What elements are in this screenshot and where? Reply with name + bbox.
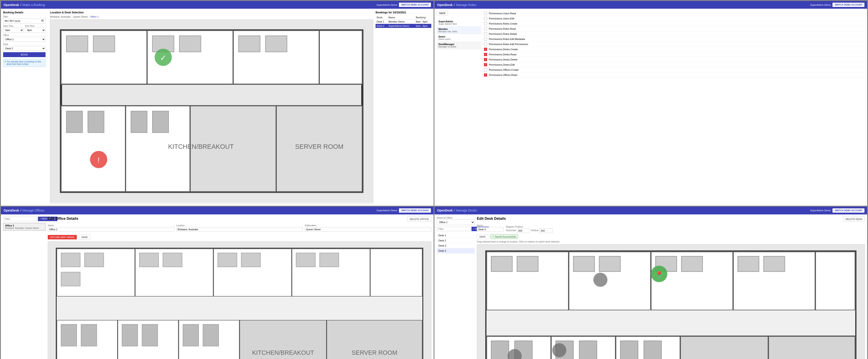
desks-switch-btn[interactable]: SWITCH DEMO ACCOUNT bbox=[833, 208, 864, 213]
office-name-1: Office 1 bbox=[5, 224, 43, 227]
book-button[interactable]: BOOK bbox=[3, 52, 45, 57]
svg-rect-17 bbox=[88, 111, 104, 132]
success-text: Saved Successfully bbox=[495, 235, 516, 238]
role-deskmanager[interactable]: DeskManager Manager of desks bbox=[437, 42, 481, 49]
perm-checkbox-6[interactable] bbox=[484, 37, 487, 40]
svg-rect-38 bbox=[218, 253, 237, 267]
offices-switch-btn[interactable]: SWITCH DEMO ACCOUNT bbox=[399, 208, 431, 213]
svg-rect-51 bbox=[183, 324, 198, 346]
perm-checkbox-1[interactable] bbox=[484, 12, 487, 15]
svg-rect-9 bbox=[179, 36, 201, 52]
bc-office[interactable]: Office 1 bbox=[90, 16, 99, 18]
perm-checkbox-8[interactable]: ✓ bbox=[484, 48, 487, 51]
perm-checkbox-5[interactable] bbox=[484, 32, 487, 35]
offices-filter-row: + NEW OFFICE bbox=[3, 217, 45, 221]
office-selector[interactable]: Office 1 bbox=[437, 219, 475, 225]
bookings-table: Desk Name Booking Desk 1 Member Demo 8am… bbox=[376, 16, 431, 28]
svg-rect-77 bbox=[491, 341, 509, 359]
desks-header: OpenDesk // Manage Desks SuperAdmin Demo… bbox=[434, 207, 867, 214]
upload-map-btn[interactable]: UPLOAD MAP IMAGE bbox=[48, 235, 77, 239]
desks-main: Edit Desk Details DELETE DESK Name Diagr… bbox=[477, 217, 865, 359]
desks-sidebar: Select an Office: Office 1 + NEW DESK De… bbox=[437, 217, 475, 359]
perm-label-8: Permissions.Desks.Create bbox=[489, 48, 518, 51]
booking-time-2: 6am - 8pm bbox=[414, 24, 431, 28]
end-time-select[interactable]: 8pm bbox=[25, 28, 45, 33]
booking-desk-1: Desk 1 bbox=[376, 20, 388, 24]
date-input[interactable] bbox=[3, 18, 45, 23]
perm-checkbox-10[interactable]: ✓ bbox=[484, 58, 487, 61]
office-label: Office bbox=[3, 34, 45, 36]
office-select[interactable]: Office 1 bbox=[3, 37, 45, 42]
svg-rect-75 bbox=[680, 336, 769, 359]
desk-item-3[interactable]: Desk 3 bbox=[437, 243, 475, 248]
perm-checkbox-7[interactable] bbox=[484, 42, 487, 46]
desk-name-input[interactable] bbox=[477, 227, 504, 232]
perm-checkbox-9[interactable]: ✓ bbox=[484, 53, 487, 56]
col-desk: Desk bbox=[376, 16, 388, 20]
success-badge: ✓ Saved Successfully bbox=[490, 234, 518, 239]
desk-item-2[interactable]: Desk 2 bbox=[437, 238, 475, 243]
desk-label: Desk bbox=[3, 43, 45, 46]
desk-select[interactable]: Desk 2 bbox=[3, 46, 45, 51]
roles-switch-btn[interactable]: SWITCH DEMO ACCOUNT bbox=[833, 3, 864, 7]
bc-location[interactable]: Brisbane, Australia bbox=[50, 16, 70, 18]
start-time-select[interactable]: 6am bbox=[3, 28, 24, 33]
booking-body: Booking Details Date Start Time 6am End … bbox=[1, 9, 434, 206]
booking-panel: OpenDesk // Make a Booking SuperAdmin De… bbox=[1, 1, 434, 206]
desks-title: OpenDesk // Manage Desks bbox=[437, 209, 477, 212]
horizontal-input[interactable] bbox=[517, 229, 530, 233]
booking-time-1: 8am - 6pm bbox=[414, 20, 431, 24]
svg-text:✓: ✓ bbox=[160, 54, 166, 62]
desks-floor-plan: KITCHEN/BREAKOUT SERVER ROOM 📍 bbox=[477, 244, 865, 359]
location-desk-title: Location & Desk Selection bbox=[50, 11, 373, 14]
perm-checkbox-2[interactable] bbox=[484, 17, 487, 20]
svg-rect-33 bbox=[61, 253, 80, 267]
delete-office-btn[interactable]: DELETE OFFICE bbox=[407, 217, 431, 221]
svg-rect-76 bbox=[768, 336, 855, 359]
desk-item-1[interactable]: Desk 1 bbox=[437, 233, 475, 238]
role-member[interactable]: Member Member role, hehe bbox=[437, 27, 481, 34]
svg-rect-82 bbox=[644, 341, 661, 359]
booking-map: KITCHEN/BREAKOUT SERVER ROOM ✓ ! bbox=[50, 20, 373, 204]
perm-checkbox-13[interactable]: ✓ bbox=[484, 73, 487, 77]
booking-right: Bookings for 24/10/2021 Desk Name Bookin… bbox=[376, 11, 431, 203]
col-booking: Booking bbox=[414, 16, 431, 20]
offices-filter-input[interactable] bbox=[3, 217, 37, 221]
desk-save-btn[interactable]: SAVE bbox=[477, 234, 488, 239]
booking-switch-btn[interactable]: SWITCH DEMO ACCOUNT bbox=[399, 3, 431, 7]
svg-rect-35 bbox=[61, 272, 80, 286]
perm-checkbox-4[interactable] bbox=[484, 27, 487, 30]
svg-rect-32 bbox=[370, 248, 423, 297]
desks-filter-input[interactable] bbox=[437, 227, 471, 231]
office-name-input[interactable] bbox=[48, 227, 175, 232]
office-location-input[interactable] bbox=[176, 227, 303, 232]
offices-floor-plan: KITCHEN/BREAKOUT SERVER ROOM bbox=[48, 242, 431, 359]
roles-panel: OpenDesk // Manage Roles SuperAdmin Demo… bbox=[434, 1, 867, 206]
perm-checkbox-3[interactable] bbox=[484, 22, 487, 25]
table-row: Desk 2 SuperAdmin Demo 6am - 8pm bbox=[376, 24, 431, 28]
svg-text:📍: 📍 bbox=[655, 271, 663, 279]
vertical-input[interactable] bbox=[539, 229, 553, 233]
svg-rect-47 bbox=[61, 324, 77, 346]
offices-sidebar: + NEW OFFICE Office 1 Brisbane, Australi… bbox=[3, 217, 45, 359]
role-superadmin[interactable]: SuperAdmin Super Admin! Nice bbox=[437, 19, 481, 27]
perm-row: Permissions.Users.Edit bbox=[484, 16, 865, 21]
delete-desk-btn[interactable]: DELETE DESK bbox=[843, 217, 865, 221]
bc-sublocation[interactable]: Queen Street bbox=[73, 16, 88, 18]
perm-checkbox-11[interactable]: ✓ bbox=[484, 63, 487, 66]
booking-details-title: Booking Details bbox=[3, 11, 45, 14]
svg-rect-37 bbox=[163, 253, 182, 267]
office-item[interactable]: Office 1 Brisbane, Australia / Queen Str… bbox=[3, 223, 45, 231]
roles-save-btn[interactable]: SAVE bbox=[437, 11, 448, 16]
office-save-btn[interactable]: SAVE bbox=[79, 235, 90, 240]
booking-center: Location & Desk Selection Brisbane, Aust… bbox=[48, 11, 376, 203]
roles-permissions: Permissions.Users.Read Permissions.Users… bbox=[484, 11, 865, 78]
perm-checkbox-12[interactable] bbox=[484, 68, 487, 71]
desk-item-4[interactable]: Desk 4 bbox=[437, 248, 475, 253]
offices-main: Edit Office Details DELETE OFFICE Name L… bbox=[48, 217, 431, 359]
svg-rect-11 bbox=[266, 36, 287, 52]
role-demo[interactable]: Demo Demo users bbox=[437, 34, 481, 42]
office-sublocation-input[interactable] bbox=[305, 227, 431, 232]
booking-title: OpenDesk // Make a Booking bbox=[4, 3, 45, 7]
perm-row: ✓ Permissions.Desks.Edit bbox=[484, 62, 865, 67]
